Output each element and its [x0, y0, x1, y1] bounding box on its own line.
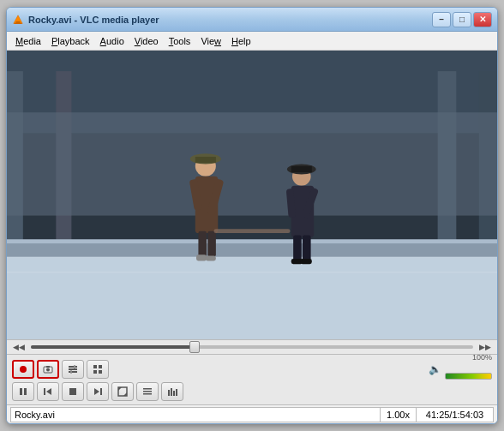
svg-rect-49 [99, 370, 102, 374]
svg-rect-22 [198, 231, 207, 257]
record-icon [18, 364, 28, 374]
svg-rect-23 [207, 231, 216, 257]
pause-button[interactable] [12, 382, 34, 401]
svg-rect-18 [195, 157, 216, 163]
fullscreen-icon [117, 386, 128, 397]
svg-marker-53 [46, 388, 51, 395]
svg-rect-52 [44, 388, 45, 395]
svg-rect-24 [196, 254, 207, 260]
playlist-button[interactable] [136, 382, 159, 401]
status-time: 41:25/1:54:03 [417, 407, 494, 422]
volume-percent: 100% [472, 353, 492, 362]
video-frame [7, 51, 497, 339]
svg-rect-44 [74, 365, 75, 368]
svg-rect-54 [69, 388, 76, 395]
controls-row2 [12, 382, 492, 401]
svg-rect-28 [291, 166, 312, 172]
svg-rect-62 [143, 393, 152, 395]
controls-area: 🔈 100% [7, 355, 497, 404]
prev-icon [43, 386, 53, 397]
svg-rect-56 [100, 388, 102, 395]
equalizer-button[interactable] [161, 382, 183, 401]
video-area[interactable] [7, 51, 497, 339]
playlist-toggle-button[interactable] [87, 360, 109, 379]
menu-help[interactable]: Help [226, 34, 256, 48]
svg-marker-59 [123, 392, 127, 396]
window-controls: – □ ✕ [432, 12, 492, 27]
vlc-icon [12, 14, 24, 26]
controls-row1: 🔈 100% [12, 358, 492, 380]
svg-point-39 [46, 368, 50, 371]
next-button[interactable] [87, 382, 109, 401]
svg-rect-47 [93, 370, 97, 374]
maximize-button[interactable]: □ [453, 12, 471, 27]
svg-rect-9 [7, 112, 497, 215]
fullscreen-button[interactable] [111, 382, 134, 401]
extended-icon [68, 364, 78, 374]
svg-marker-58 [118, 387, 122, 391]
svg-rect-48 [99, 365, 102, 368]
status-filename: Rocky.avi [10, 407, 381, 422]
svg-point-37 [20, 366, 27, 373]
volume-bar[interactable] [445, 368, 492, 380]
close-button[interactable]: ✕ [473, 12, 492, 27]
svg-rect-60 [143, 388, 152, 390]
seekbar-area: ◀◀ ▶▶ [7, 339, 497, 355]
svg-rect-42 [69, 368, 77, 370]
playlist-icon [93, 364, 103, 374]
volume-icon: 🔈 [429, 363, 441, 375]
svg-rect-51 [24, 388, 27, 395]
menu-audio[interactable]: Audio [95, 34, 129, 48]
svg-rect-15 [7, 239, 497, 243]
menu-media[interactable]: Media [10, 34, 46, 48]
snapshot-icon [43, 364, 53, 374]
window-title: Rocky.avi - VLC media player [28, 15, 432, 25]
volume-area: 🔈 100% [429, 358, 492, 380]
menu-tools[interactable]: Tools [164, 34, 196, 48]
pause-icon [18, 386, 28, 397]
status-speed: 1.00x [381, 407, 417, 422]
record-button[interactable] [12, 360, 34, 379]
volume-track [445, 373, 492, 380]
svg-rect-11 [7, 247, 497, 339]
svg-rect-32 [293, 235, 302, 260]
svg-rect-66 [176, 389, 177, 396]
svg-rect-50 [20, 388, 22, 395]
vlc-window: Rocky.avi - VLC media player – □ ✕ Media… [6, 7, 498, 424]
video-scene [7, 51, 497, 339]
minimize-button[interactable]: – [432, 12, 451, 27]
svg-rect-41 [69, 366, 77, 368]
seekbar-progress [31, 345, 195, 349]
svg-rect-45 [70, 370, 72, 374]
svg-marker-55 [94, 388, 99, 395]
svg-rect-61 [143, 391, 152, 392]
stop-icon [68, 386, 78, 397]
seekbar-thumb[interactable] [189, 341, 200, 353]
svg-rect-33 [303, 235, 311, 260]
menu-bar: Media Playback Audio Video Tools View He… [7, 32, 497, 51]
menu-view[interactable]: View [195, 34, 226, 48]
menu-playback[interactable]: Playback [46, 34, 95, 48]
stop-button[interactable] [62, 382, 84, 401]
svg-rect-65 [173, 391, 175, 396]
seek-back-button[interactable]: ◀◀ [10, 343, 27, 351]
prev-button[interactable] [37, 382, 59, 401]
status-bar: Rocky.avi 1.00x 41:25/1:54:03 [7, 404, 497, 423]
svg-rect-40 [46, 366, 50, 368]
next-icon [93, 386, 103, 397]
extended-button[interactable] [62, 360, 84, 379]
equalizer-icon [167, 386, 177, 397]
title-bar: Rocky.avi - VLC media player – □ ✕ [7, 8, 497, 32]
list-icon [142, 386, 153, 397]
svg-rect-43 [69, 371, 77, 373]
svg-rect-46 [93, 365, 97, 368]
svg-rect-25 [206, 256, 216, 261]
svg-rect-35 [301, 259, 312, 264]
svg-rect-63 [168, 390, 170, 396]
seekbar-track[interactable] [31, 345, 473, 349]
svg-rect-64 [171, 388, 172, 396]
menu-video[interactable]: Video [129, 34, 164, 48]
svg-rect-14 [7, 242, 497, 257]
snapshot-button[interactable] [37, 360, 59, 379]
seek-forward-button[interactable]: ▶▶ [477, 343, 494, 351]
